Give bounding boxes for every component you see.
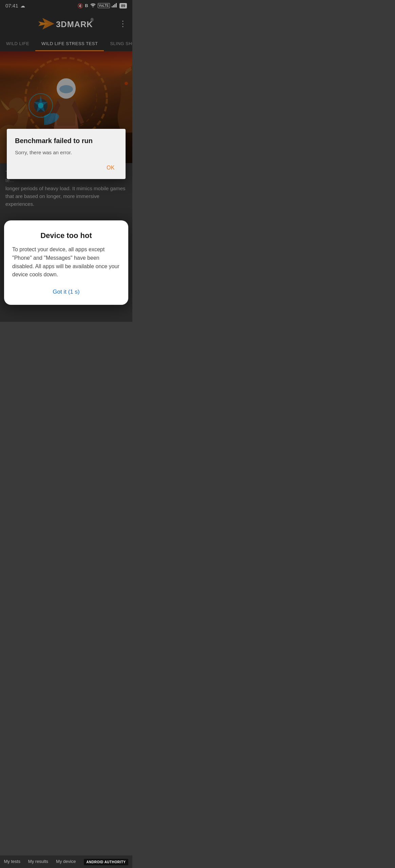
dialog-got-it-button[interactable]: Got it (1 s): [12, 289, 120, 295]
benchmark-failed-dialog: Benchmark failed to run Sorry, there was…: [7, 129, 126, 179]
device-hot-dialog: Device too hot To protect your device, a…: [4, 220, 128, 305]
dialog-hot-title: Device too hot: [12, 231, 120, 240]
dialog-ok-button[interactable]: OK: [104, 163, 117, 172]
dialog-benchmark-body: Sorry, there was an error.: [15, 150, 117, 155]
dialog-benchmark-actions: OK: [15, 163, 117, 175]
dialog-hot-body: To protect your device, all apps except …: [12, 245, 120, 279]
dialog-benchmark-title: Benchmark failed to run: [15, 137, 117, 145]
